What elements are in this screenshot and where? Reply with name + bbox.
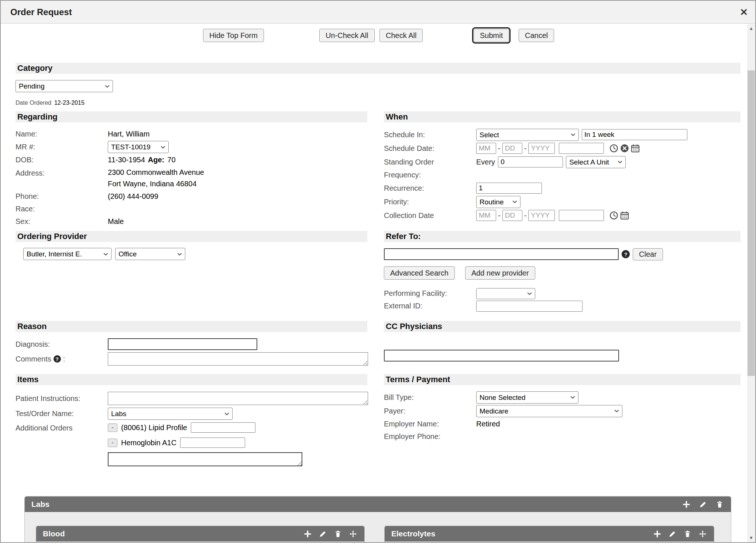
delete-icon[interactable] [684,530,691,538]
edit-icon[interactable] [319,530,327,538]
payer-select[interactable]: Medicare [476,405,622,417]
electrolytes-group-panel: Electrolytes Chloride [384,526,714,543]
section-refer-to: Refer To: ? Clear Advanced Search Add ne… [384,231,740,312]
close-icon[interactable]: ✕ [740,7,748,17]
cc-physicians-input[interactable] [384,350,619,362]
clear-date-icon[interactable] [620,144,629,153]
external-id-input[interactable] [476,301,583,312]
dialog-content: Hide Top Form Un-Check All Check All Sub… [16,24,740,543]
schedule-year-input[interactable] [528,143,555,154]
order-value-input[interactable] [191,422,255,433]
mr-number-select[interactable]: TEST-10019 [108,141,169,153]
frequency-label: Frequency: [384,169,476,181]
sex-value: Male [108,216,367,227]
performing-facility-select[interactable] [476,288,535,299]
submit-button[interactable]: Submit [474,29,509,42]
schedule-time-input[interactable] [559,143,604,154]
employer-phone-label: Employer Phone: [384,431,476,442]
cancel-button[interactable]: Cancel [519,29,554,42]
additional-orders-textarea[interactable] [108,452,302,466]
titlebar: Order Request ✕ [1,1,755,24]
remove-order-button[interactable]: - [108,423,117,432]
hide-top-form-button[interactable]: Hide Top Form [203,29,264,42]
scrollbar[interactable]: ▲ ▼ [747,24,755,542]
bill-type-select[interactable]: None Selected [476,391,578,404]
category-section-header: Category [16,63,740,74]
edit-icon[interactable] [669,530,676,538]
collection-time-input[interactable] [559,210,604,221]
patient-instructions-textarea[interactable] [108,392,368,405]
schedule-day-input[interactable] [502,143,522,154]
date-separator: - [524,144,527,153]
priority-select[interactable]: Routine [476,196,520,208]
refer-to-search-input[interactable] [384,248,619,260]
standing-order-unit-select[interactable]: Select A Unit [566,156,626,168]
collection-month-input[interactable] [476,210,496,221]
age-label: Age: [148,156,164,164]
add-new-provider-button[interactable]: Add new provider [465,266,535,280]
schedule-in-input[interactable] [582,129,687,140]
when-section-header: When [384,111,740,122]
additional-orders-label: Additional Orders [16,422,108,433]
scroll-down-icon[interactable]: ▼ [747,533,755,542]
address-label: Address: [16,167,108,178]
cc-physicians-section-header: CC Physicians [384,321,740,332]
test-order-name-label: Test/Order Name: [16,408,108,419]
help-icon[interactable]: ? [622,250,630,258]
date-ordered-value: 12-23-2015 [54,100,85,106]
collection-year-input[interactable] [528,210,555,221]
remove-order-button[interactable]: - [108,439,117,447]
schedule-date-label: Schedule Date: [384,143,476,154]
dob-value: 11-30-1954 [108,156,145,164]
scroll-up-icon[interactable]: ▲ [747,24,755,33]
schedule-in-select[interactable]: Select [476,129,579,141]
advanced-search-button[interactable]: Advanced Search [384,266,455,280]
calendar-icon[interactable] [620,211,629,220]
toolbar: Hide Top Form Un-Check All Check All Sub… [16,24,740,50]
section-ordering-provider: Ordering Provider Butler, Internist E. O… [16,231,367,312]
every-label: Every [476,158,495,166]
check-all-button[interactable]: Check All [379,29,423,42]
schedule-month-input[interactable] [476,143,496,154]
ordering-provider-section-header: Ordering Provider [16,231,367,242]
calendar-icon[interactable] [631,144,640,153]
ordering-provider-select[interactable]: Butler, Internist E. [23,248,111,260]
delete-icon[interactable] [334,530,342,538]
category-select[interactable]: Pending [16,80,113,92]
uncheck-all-button[interactable]: Un-Check All [319,29,375,42]
blood-group-header: Blood [36,526,364,542]
scrollbar-thumb[interactable] [748,70,755,376]
test-order-name-select[interactable]: Labs [108,408,233,420]
comments-textarea[interactable] [108,352,368,366]
address-line2: Fort Wayne, Indiana 46804 [108,178,367,190]
clock-icon[interactable] [609,211,618,220]
help-icon[interactable]: ? [54,355,61,363]
move-icon[interactable] [699,530,707,538]
section-cc-physicians: CC Physicians [384,321,740,366]
items-section-header: Items [16,374,367,385]
move-icon[interactable] [349,530,357,538]
edit-icon[interactable] [699,501,707,508]
clear-button[interactable]: Clear [633,248,663,260]
add-icon[interactable] [653,530,661,538]
name-label: Name: [16,128,108,140]
provider-location-select[interactable]: Office [115,248,185,260]
collection-day-input[interactable] [502,210,522,221]
clock-icon[interactable] [609,144,618,153]
order-value-input[interactable] [180,437,245,448]
add-icon[interactable] [304,530,312,538]
dob-label: DOB: [16,154,108,166]
delete-icon[interactable] [716,501,724,508]
section-reason: Reason Diagnosis: Comments ? : [16,321,367,366]
external-id-label: External ID: [384,300,476,312]
additional-order-row: - Hemoglobin A1C [108,437,368,449]
dialog-title: Order Request [10,7,72,17]
lab-item-row: Chloride [385,542,714,543]
every-input[interactable] [498,156,563,167]
add-icon[interactable] [683,501,690,508]
section-items: Items Patient Instructions: Test/Order N… [16,374,367,468]
recurrence-input[interactable] [476,183,542,194]
labs-panel: Labs Blood [24,496,731,543]
diagnosis-input[interactable] [108,338,257,350]
phone-value: (260) 444-0099 [108,191,367,202]
